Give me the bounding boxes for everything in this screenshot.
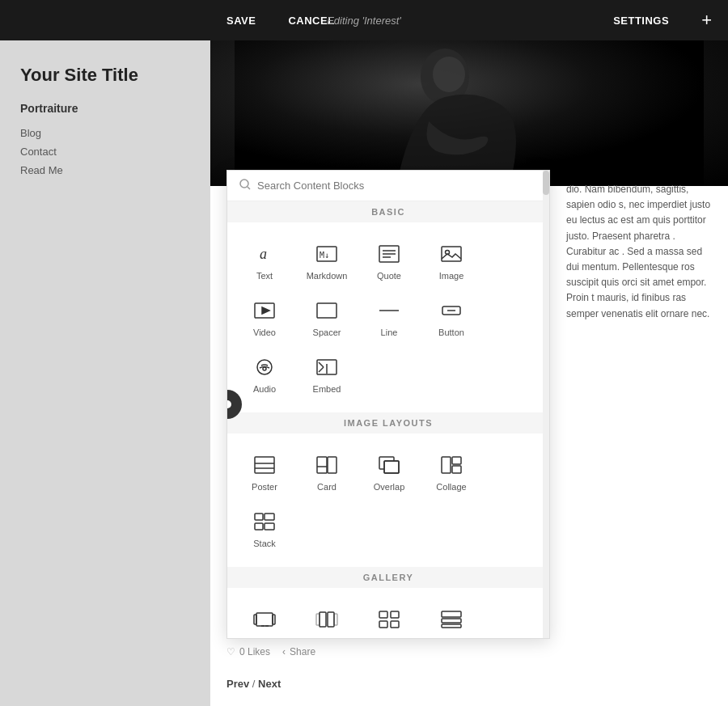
- block-quote[interactable]: Quote: [360, 235, 418, 287]
- svg-point-21: [263, 367, 266, 370]
- svg-rect-41: [273, 615, 275, 624]
- block-collage-label: Collage: [436, 482, 466, 492]
- block-video[interactable]: Video: [235, 291, 294, 344]
- block-card-label: Card: [317, 482, 336, 492]
- svg-rect-26: [317, 457, 327, 473]
- svg-rect-51: [391, 621, 399, 628]
- svg-rect-38: [265, 523, 274, 530]
- bottom-area: ♡ 0 Likes ‹ Share: [210, 646, 728, 657]
- next-link[interactable]: Next: [258, 678, 281, 690]
- pagination-separator: /: [252, 678, 258, 690]
- settings-button[interactable]: SETTINGS: [597, 0, 685, 40]
- prev-link[interactable]: Prev: [226, 678, 249, 690]
- grid-gallery-icon: [374, 607, 404, 632]
- block-spacer[interactable]: Spacer: [298, 291, 356, 344]
- carousel-gallery-icon: [311, 607, 342, 632]
- block-text-label: Text: [256, 271, 273, 281]
- section-gallery-label: GALLERY: [227, 567, 549, 588]
- block-carousel-gallery[interactable]: Carousel: [298, 600, 356, 638]
- toolbar: SAVE CANCEL Editing 'Interest' SETTINGS …: [0, 0, 728, 40]
- add-button[interactable]: +: [685, 0, 728, 40]
- block-markdown-label: Markdown: [307, 271, 348, 281]
- block-collage[interactable]: Collage: [422, 446, 480, 498]
- section-image-layouts-label: IMAGE LAYOUTS: [227, 412, 549, 433]
- poster-icon: [249, 452, 280, 478]
- block-audio[interactable]: Audio: [235, 348, 294, 400]
- text-icon: a: [249, 241, 280, 267]
- svg-rect-37: [255, 523, 263, 530]
- button-icon: [436, 298, 467, 323]
- block-carousel-gallery-label: Carousel: [309, 636, 345, 638]
- toolbar-right: SETTINGS +: [597, 0, 728, 40]
- block-grid-gallery[interactable]: Grid: [360, 600, 418, 638]
- block-poster[interactable]: Poster: [235, 446, 294, 498]
- svg-rect-44: [320, 612, 326, 627]
- main-layout: Your Site Title Portraiture Blog Contact…: [0, 40, 728, 706]
- svg-rect-33: [452, 457, 461, 464]
- block-picker: BASIC a Text: [226, 170, 550, 639]
- scroll-thumb[interactable]: [543, 171, 549, 195]
- block-text[interactable]: a Text: [235, 235, 294, 287]
- quote-icon: [374, 241, 404, 267]
- block-embed-label: Embed: [313, 384, 341, 394]
- gallery-grid: Slideshow Carousel: [227, 588, 549, 638]
- block-markdown[interactable]: M↓ Markdown: [298, 235, 356, 287]
- block-slideshow[interactable]: Slideshow: [235, 600, 294, 638]
- svg-rect-35: [255, 514, 263, 520]
- block-stack-layouts[interactable]: Stack: [235, 502, 294, 555]
- block-slideshow-label: Slideshow: [244, 636, 285, 638]
- stack-layouts-icon: [249, 509, 280, 535]
- block-button-label: Button: [438, 328, 464, 337]
- hero-image: [210, 40, 728, 186]
- block-line[interactable]: Line: [360, 291, 418, 344]
- svg-rect-49: [391, 611, 399, 618]
- block-button[interactable]: Button: [422, 291, 480, 344]
- block-stack-layouts-label: Stack: [253, 539, 276, 548]
- likes-count: 0 Likes: [239, 646, 270, 657]
- svg-rect-50: [379, 621, 387, 628]
- site-title: Your Site Title: [20, 65, 190, 86]
- block-audio-label: Audio: [253, 384, 276, 394]
- svg-rect-27: [328, 457, 336, 473]
- block-list: BASIC a Text: [227, 201, 549, 638]
- share-area[interactable]: ‹ Share: [282, 646, 315, 657]
- scroll-track[interactable]: [543, 171, 549, 638]
- block-video-label: Video: [253, 328, 276, 337]
- svg-rect-40: [254, 615, 256, 624]
- block-card[interactable]: Card: [298, 446, 356, 498]
- search-input[interactable]: [257, 180, 537, 192]
- likes-area[interactable]: ♡ 0 Likes: [226, 646, 270, 657]
- editing-title: Editing 'Interest': [327, 15, 401, 27]
- content-area: BASIC a Text: [210, 40, 728, 706]
- save-button[interactable]: SAVE: [210, 0, 272, 40]
- sidebar-item-blog[interactable]: Blog: [20, 127, 190, 139]
- block-embed[interactable]: Embed: [298, 348, 356, 400]
- block-image[interactable]: Image: [422, 235, 480, 287]
- body-text-content: dio. Nam bibendum, sagittis, sapien odio…: [550, 170, 728, 334]
- sidebar-item-contact[interactable]: Contact: [20, 146, 190, 158]
- hero-svg: [210, 40, 728, 186]
- svg-marker-15: [262, 307, 269, 314]
- svg-text:a: a: [260, 246, 267, 262]
- section-basic-label: BASIC: [227, 201, 549, 222]
- block-grid-gallery-label: Grid: [381, 636, 398, 638]
- block-overlap[interactable]: Overlap: [360, 446, 418, 498]
- svg-rect-12: [442, 247, 461, 261]
- image-layouts-grid: Poster Card: [227, 433, 549, 567]
- svg-rect-52: [442, 611, 461, 617]
- sidebar-item-readme[interactable]: Read Me: [20, 164, 190, 176]
- embed-icon: [311, 354, 342, 380]
- svg-rect-45: [328, 612, 334, 627]
- heart-icon: ♡: [226, 646, 235, 657]
- svg-rect-36: [265, 514, 274, 520]
- svg-text:M↓: M↓: [320, 251, 329, 260]
- block-stack-gallery[interactable]: Stack: [422, 600, 480, 638]
- collage-icon: [436, 452, 467, 478]
- toggle-icon: [226, 400, 231, 408]
- svg-rect-53: [442, 619, 461, 623]
- overlap-icon: [374, 452, 404, 478]
- svg-rect-48: [379, 611, 387, 618]
- block-quote-label: Quote: [377, 271, 401, 281]
- block-line-label: Line: [381, 328, 398, 337]
- svg-rect-46: [316, 614, 320, 625]
